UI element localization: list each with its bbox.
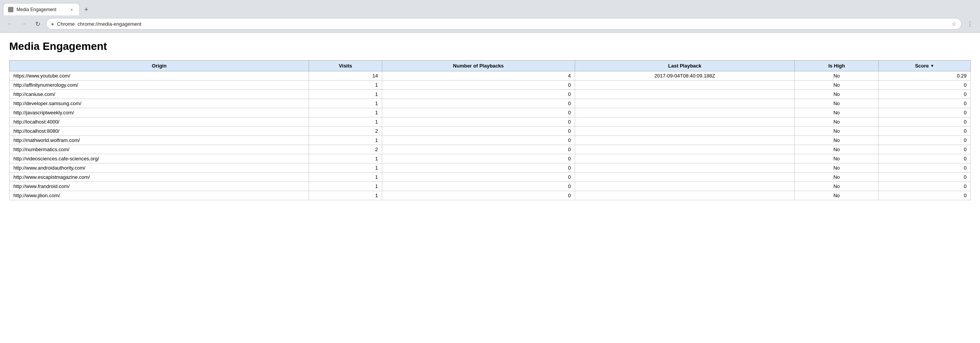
table-cell: 2 <box>309 145 382 154</box>
table-cell: No <box>795 163 879 173</box>
table-body: https://www.youtube.com/1442017-09-04T08… <box>10 71 971 200</box>
browser-chrome: Media Engagement × + ← → ↻ ● Chrome chro… <box>0 0 980 33</box>
table-cell: 1 <box>309 163 382 173</box>
table-cell: http://www.escapistmagazine.com/ <box>10 173 309 182</box>
sort-indicator: ▼ <box>931 64 934 68</box>
table-cell: 0 <box>382 173 575 182</box>
tab-close-button[interactable]: × <box>69 7 75 13</box>
table-cell <box>575 191 795 200</box>
table-cell: 0 <box>878 90 970 99</box>
table-cell: No <box>795 71 879 81</box>
table-cell: http://javascriptweekly.com/ <box>10 108 309 117</box>
table-cell: 1 <box>309 136 382 145</box>
table-cell: 0 <box>382 81 575 90</box>
table-cell: No <box>795 117 879 127</box>
table-cell: http://localhost:4000/ <box>10 117 309 127</box>
table-row: http://numbermatics.com/20No0 <box>10 145 971 154</box>
tab-bar: Media Engagement × + <box>0 0 980 15</box>
back-button[interactable]: ← <box>5 18 15 29</box>
media-engagement-table: Origin Visits Number of Playbacks Last P… <box>9 60 971 200</box>
table-cell: https://www.youtube.com/ <box>10 71 309 81</box>
header-visits[interactable]: Visits <box>309 61 382 71</box>
bookmark-icon[interactable]: ☆ <box>952 21 957 27</box>
table-row: http://localhost:8080/20No0 <box>10 127 971 136</box>
table-row: https://www.youtube.com/1442017-09-04T08… <box>10 71 971 81</box>
table-cell: No <box>795 173 879 182</box>
table-row: http://www.androidauthority.com/10No0 <box>10 163 971 173</box>
toolbar: ← → ↻ ● Chrome chrome://media-engagement… <box>0 15 980 32</box>
reload-button[interactable]: ↻ <box>32 18 43 29</box>
table-row: http://videosciences.cafe-sciences.org/1… <box>10 154 971 163</box>
table-cell <box>575 81 795 90</box>
table-cell: 0 <box>382 145 575 154</box>
header-score[interactable]: Score ▼ <box>878 61 970 71</box>
table-cell: No <box>795 154 879 163</box>
table-row: http://localhost:4000/10No0 <box>10 117 971 127</box>
table-cell: No <box>795 191 879 200</box>
new-tab-button[interactable]: + <box>81 5 91 15</box>
header-origin[interactable]: Origin <box>10 61 309 71</box>
table-header-row: Origin Visits Number of Playbacks Last P… <box>10 61 971 71</box>
omnibox-url: Chrome chrome://media-engagement <box>57 21 949 27</box>
table-cell: 14 <box>309 71 382 81</box>
table-cell: 0 <box>878 163 970 173</box>
table-cell: 1 <box>309 81 382 90</box>
table-cell: 0.29 <box>878 71 970 81</box>
table-cell <box>575 154 795 163</box>
table-cell: No <box>795 127 879 136</box>
table-cell: 1 <box>309 173 382 182</box>
omnibox[interactable]: ● Chrome chrome://media-engagement ☆ <box>46 18 962 30</box>
table-cell <box>575 173 795 182</box>
table-cell <box>575 182 795 191</box>
table-cell: 1 <box>309 154 382 163</box>
header-last-playback[interactable]: Last Playback <box>575 61 795 71</box>
table-cell: http://numbermatics.com/ <box>10 145 309 154</box>
table-cell: 0 <box>382 127 575 136</box>
menu-button[interactable]: ⋮ <box>965 18 975 29</box>
table-row: http://javascriptweekly.com/10No0 <box>10 108 971 117</box>
page-content: Media Engagement Origin Visits Number of… <box>0 33 980 343</box>
table-cell: 0 <box>878 173 970 182</box>
secure-icon: ● <box>51 21 54 27</box>
table-cell: 0 <box>878 81 970 90</box>
table-cell <box>575 127 795 136</box>
table-cell: http://www.frandroid.com/ <box>10 182 309 191</box>
forward-button[interactable]: → <box>18 18 29 29</box>
table-cell: No <box>795 145 879 154</box>
table-cell: 0 <box>382 99 575 108</box>
table-cell: http://localhost:8080/ <box>10 127 309 136</box>
table-cell: 0 <box>878 154 970 163</box>
url-path: chrome://media-engagement <box>77 21 141 27</box>
table-cell: 0 <box>878 136 970 145</box>
table-cell <box>575 163 795 173</box>
page-title: Media Engagement <box>9 40 971 53</box>
table-cell: 2 <box>309 127 382 136</box>
table-cell: 0 <box>382 136 575 145</box>
table-cell <box>575 145 795 154</box>
header-playbacks[interactable]: Number of Playbacks <box>382 61 575 71</box>
table-cell: http://www.androidauthority.com/ <box>10 163 309 173</box>
table-cell: http://developer.samsung.com/ <box>10 99 309 108</box>
table-cell: 0 <box>878 99 970 108</box>
table-cell <box>575 117 795 127</box>
table-cell: http://caniuse.com/ <box>10 90 309 99</box>
table-cell: 0 <box>878 145 970 154</box>
table-cell: No <box>795 99 879 108</box>
table-cell <box>575 108 795 117</box>
table-cell: http://www.jilion.com/ <box>10 191 309 200</box>
table-cell: 4 <box>382 71 575 81</box>
table-cell: 0 <box>382 90 575 99</box>
table-cell: 0 <box>382 117 575 127</box>
header-is-high[interactable]: Is High <box>795 61 879 71</box>
table-cell: 0 <box>878 191 970 200</box>
table-cell: 1 <box>309 90 382 99</box>
table-cell: 0 <box>382 108 575 117</box>
table-cell <box>575 99 795 108</box>
table-row: http://developer.samsung.com/10No0 <box>10 99 971 108</box>
table-cell: No <box>795 136 879 145</box>
active-tab[interactable]: Media Engagement × <box>3 3 80 15</box>
table-cell: 0 <box>878 117 970 127</box>
table-row: http://www.jilion.com/10No0 <box>10 191 971 200</box>
table-cell <box>575 136 795 145</box>
tab-title: Media Engagement <box>16 7 66 12</box>
